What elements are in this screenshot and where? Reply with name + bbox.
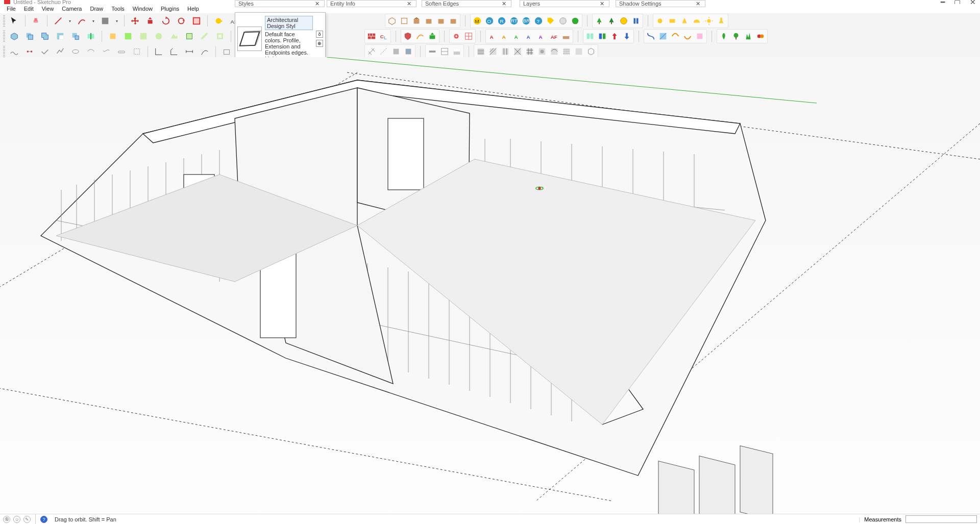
menu-tools[interactable]: Tools: [108, 5, 128, 13]
trim-icon[interactable]: [69, 30, 82, 42]
wireframe-icon[interactable]: [365, 45, 378, 58]
axis-a-icon[interactable]: A: [486, 30, 499, 42]
vray-r-icon[interactable]: R: [496, 15, 508, 27]
front-view-icon[interactable]: [410, 15, 423, 27]
line-tool-dropdown-icon[interactable]: [67, 15, 72, 27]
arrow-up-icon[interactable]: [608, 30, 621, 42]
sandbox-1-icon[interactable]: [8, 45, 20, 58]
box-1-icon[interactable]: [220, 45, 233, 58]
iso-view-icon[interactable]: [386, 15, 398, 27]
menu-file[interactable]: File: [3, 5, 19, 13]
vray-rt-icon[interactable]: RT: [508, 15, 520, 27]
hatch-1-icon[interactable]: [475, 45, 487, 58]
hatch-9-icon[interactable]: [573, 45, 585, 58]
tray-shadow-close-icon[interactable]: ✕: [694, 1, 702, 7]
omni-light-icon[interactable]: [654, 15, 666, 27]
shaded-icon[interactable]: [390, 45, 402, 58]
toolbar-grip[interactable]: [3, 46, 5, 57]
tray-entity-close-icon[interactable]: ✕: [405, 1, 413, 7]
jhs-3-icon[interactable]: [137, 30, 150, 42]
dim-1-icon[interactable]: [153, 45, 165, 58]
menu-draw[interactable]: Draw: [86, 5, 107, 13]
dome-light-icon[interactable]: [691, 15, 703, 27]
shape-tool-icon[interactable]: [99, 15, 111, 27]
minimize-button[interactable]: ━: [941, 0, 945, 4]
tray-shadow-settings[interactable]: Shadow Settings ✕: [616, 0, 705, 7]
menu-view[interactable]: View: [38, 5, 58, 13]
tray-styles-close-icon[interactable]: ✕: [313, 1, 321, 7]
select-tool-icon[interactable]: [8, 15, 20, 27]
move-tool-icon[interactable]: [129, 15, 141, 27]
axis-d-icon[interactable]: A: [523, 30, 535, 42]
toolbar-grip[interactable]: [3, 15, 5, 27]
intersect-icon[interactable]: [23, 30, 36, 42]
vray-br-icon[interactable]: BR: [520, 15, 532, 27]
plant-3-icon[interactable]: [742, 30, 754, 42]
hatch-3-icon[interactable]: [499, 45, 511, 58]
hidden-line-icon[interactable]: [378, 45, 390, 58]
jhs-8-icon[interactable]: [214, 30, 226, 42]
menu-window[interactable]: Window: [129, 5, 156, 13]
tray-soften-edges[interactable]: Soften Edges ✕: [422, 0, 511, 7]
tray-soften-close-icon[interactable]: ✕: [500, 1, 508, 7]
claim-credit-icon[interactable]: ✎: [23, 516, 31, 523]
jhs-5-icon[interactable]: [168, 30, 180, 42]
dim-4-icon[interactable]: [199, 45, 211, 58]
plant-1-icon[interactable]: [718, 30, 730, 42]
rect-light-icon[interactable]: [666, 15, 678, 27]
dim-2-icon[interactable]: [168, 45, 180, 58]
brick-icon[interactable]: [365, 30, 378, 42]
hatch-2-icon[interactable]: [487, 45, 499, 58]
mirror-2-icon[interactable]: [596, 30, 608, 42]
pause-icon[interactable]: [630, 15, 642, 27]
curve-5-icon[interactable]: [694, 30, 706, 42]
ies-light-icon[interactable]: [715, 15, 727, 27]
vray-help-icon[interactable]: ?: [532, 15, 545, 27]
sun-light-icon[interactable]: [703, 15, 715, 27]
curve-4-icon[interactable]: [681, 30, 694, 42]
vray-o-icon[interactable]: O: [483, 15, 496, 27]
sandbox-6-icon[interactable]: [85, 45, 97, 58]
tree-1-icon[interactable]: [593, 15, 605, 27]
union-icon[interactable]: [39, 30, 51, 42]
maximize-button[interactable]: ▢: [954, 0, 961, 4]
section-cut-icon[interactable]: [451, 45, 463, 58]
axis-c-icon[interactable]: A: [511, 30, 523, 42]
top-view-icon[interactable]: [398, 15, 410, 27]
sandbox-7-icon[interactable]: [100, 45, 112, 58]
shaded-tex-icon[interactable]: [402, 45, 414, 58]
style-create-icon[interactable]: ⊕: [316, 40, 323, 47]
vray-tag-icon[interactable]: [545, 15, 557, 27]
vray-sphere-icon[interactable]: [557, 15, 569, 27]
measurements-input[interactable]: [905, 515, 977, 523]
menu-plugins[interactable]: Plugins: [157, 5, 183, 13]
sandbox-2-icon[interactable]: [23, 45, 36, 58]
tape-tool-icon[interactable]: [212, 15, 225, 27]
jhs-4-icon[interactable]: [153, 30, 165, 42]
hatch-7-icon[interactable]: [548, 45, 560, 58]
shape-tool-dropdown-icon[interactable]: [114, 15, 119, 27]
style-name-field[interactable]: Architectural Design Styl: [265, 16, 313, 30]
spot-light-icon[interactable]: [678, 15, 691, 27]
vray-m-icon[interactable]: M: [471, 15, 483, 27]
axis-b-icon[interactable]: A: [499, 30, 511, 42]
jhs-2-icon[interactable]: [122, 30, 134, 42]
viewport[interactable]: [0, 57, 980, 514]
line-tool-icon[interactable]: [52, 15, 64, 27]
style-thumbnail[interactable]: [237, 27, 262, 51]
sandbox-3-icon[interactable]: [39, 45, 51, 58]
menu-help[interactable]: Help: [184, 5, 203, 13]
sandbox-4-icon[interactable]: [54, 45, 66, 58]
plant-2-icon[interactable]: [730, 30, 742, 42]
curve-2-icon[interactable]: [657, 30, 669, 42]
jhs-1-icon[interactable]: [107, 30, 119, 42]
sun-grid-icon[interactable]: [462, 30, 475, 42]
rotate-tool-icon[interactable]: [160, 15, 172, 27]
tray-layers-close-icon[interactable]: ✕: [598, 1, 606, 7]
plant-4-icon[interactable]: [754, 30, 767, 42]
tree-2-icon[interactable]: [605, 15, 618, 27]
geo-location-icon[interactable]: ⦿: [3, 516, 10, 523]
sandbox-8-icon[interactable]: [115, 45, 128, 58]
mirror-1-icon[interactable]: [584, 30, 596, 42]
style-update-icon[interactable]: ŏ: [316, 31, 323, 38]
